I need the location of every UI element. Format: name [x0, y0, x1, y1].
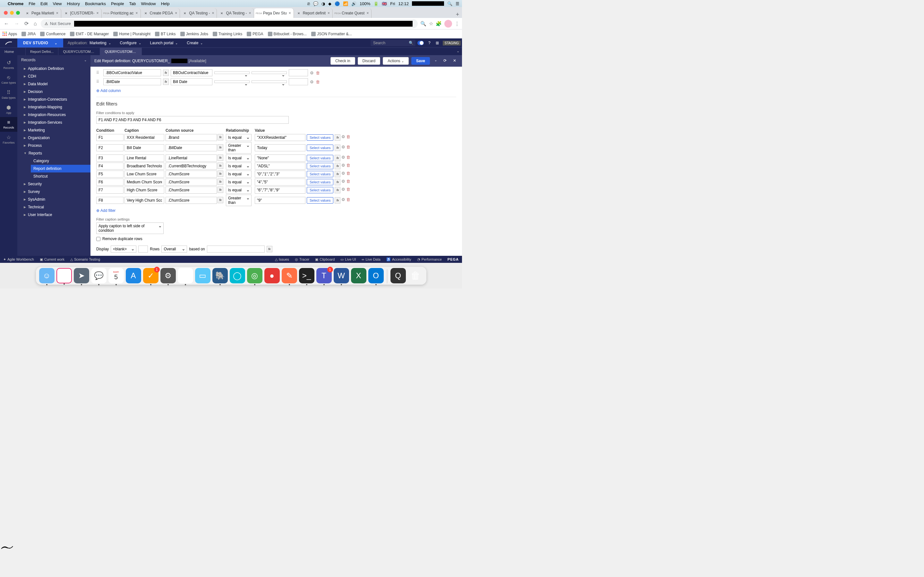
fx-button[interactable]: fx [334, 163, 341, 169]
gear-icon[interactable]: ⚙ [310, 71, 314, 75]
dock-app-icon[interactable]: 🗑 [408, 268, 423, 284]
search-toggle[interactable] [417, 41, 424, 45]
bookmark-item[interactable]: JIRA [21, 32, 36, 36]
actions-button[interactable]: Actions ⌄ [383, 57, 409, 65]
browser-tab[interactable]: ✕[CUSTOMER-× [61, 8, 102, 18]
delete-icon[interactable]: 🗑 [346, 171, 351, 177]
filter-condition-input[interactable] [96, 163, 124, 169]
fx-button[interactable]: fx [334, 187, 341, 193]
fx-button[interactable]: fx [218, 134, 223, 140]
dock-app-icon[interactable]: ◎ [247, 268, 262, 284]
tab-close-icon[interactable]: × [249, 11, 251, 15]
tree-sub-item[interactable]: Shortcut [31, 172, 90, 180]
content-tab[interactable]: QUERYCUSTOMER... [100, 48, 142, 55]
dock-app-icon[interactable]: ⚙ [160, 268, 176, 284]
gear-icon[interactable]: ⚙ [341, 187, 345, 193]
fx-button[interactable]: fx [334, 145, 341, 151]
chat-icon[interactable]: 💬 [313, 1, 318, 6]
filter-source-input[interactable] [166, 187, 217, 193]
rail-item-data-types[interactable]: ⠿Data types [0, 87, 17, 102]
bookmark-item[interactable]: JSON Formatter &... [311, 32, 352, 36]
instances-caret[interactable]: ⌄ [454, 48, 462, 55]
minimize-window[interactable] [10, 11, 14, 15]
filter-condition-input[interactable] [96, 197, 124, 204]
gear-icon[interactable]: ⚙ [341, 171, 345, 177]
menu-help[interactable]: Help [161, 1, 170, 6]
drag-handle-icon[interactable]: ⠿ [96, 71, 102, 75]
flag-icon[interactable]: 🇬🇧 [382, 1, 387, 6]
select-values-button[interactable]: Select values [307, 134, 333, 141]
app-name[interactable]: Chrome [8, 1, 23, 6]
filter-source-input[interactable] [166, 144, 217, 151]
filter-conditions-input[interactable] [96, 116, 289, 124]
column-label-input[interactable] [171, 78, 212, 85]
select-values-button[interactable]: Select values [307, 179, 333, 185]
new-tab-button[interactable]: + [453, 11, 462, 18]
help-icon[interactable]: ? [426, 41, 433, 45]
content-tab[interactable]: QUERYCUSTOMER... [58, 48, 100, 55]
volume-icon[interactable]: 🔊 [351, 1, 357, 6]
delete-icon[interactable]: 🗑 [316, 71, 320, 75]
select-values-button[interactable]: Select values [307, 197, 333, 203]
close-icon[interactable]: ✕ [451, 57, 458, 65]
bottom-tool[interactable]: ◎Tracer [295, 258, 309, 261]
tab-close-icon[interactable]: × [212, 11, 214, 15]
spotlight-icon[interactable]: 🔍 [447, 1, 452, 6]
tree-item[interactable]: CDH [17, 73, 90, 80]
tab-close-icon[interactable]: × [175, 11, 177, 15]
filter-value-input[interactable] [255, 155, 305, 161]
checkin-button[interactable]: Check in [330, 57, 355, 65]
filter-caption-input[interactable] [124, 179, 164, 185]
fx-button[interactable]: fx [163, 79, 169, 85]
rail-item-case-types[interactable]: ⎋Case types [0, 72, 17, 87]
tab-close-icon[interactable]: × [56, 11, 58, 15]
delete-icon[interactable]: 🗑 [346, 155, 351, 161]
bookmark-item[interactable]: Bitbucket - Brows... [268, 32, 307, 36]
filter-relationship-select[interactable]: Is equal [226, 155, 252, 161]
menu-window[interactable]: Window [141, 1, 156, 6]
filter-relationship-select[interactable]: Is equal [226, 187, 252, 193]
fx-button[interactable]: fx [267, 246, 272, 252]
delete-icon[interactable]: 🗑 [346, 145, 351, 151]
fx-button[interactable]: fx [334, 155, 341, 161]
tree-item[interactable]: Organization [17, 134, 90, 142]
filter-value-input[interactable] [255, 163, 305, 169]
display-select[interactable]: <blank> [111, 245, 136, 253]
battery-icon[interactable]: 🔋 [373, 1, 379, 6]
browser-tab[interactable]: PEGACreate Quest× [333, 8, 372, 18]
extensions-icon[interactable]: 🧩 [436, 21, 442, 27]
application-menu[interactable]: Application: Marketing ⌄ [63, 39, 115, 47]
filter-source-input[interactable] [166, 155, 217, 161]
dock-app-icon[interactable]: ● [264, 268, 280, 284]
control-center-icon[interactable]: ☰ [456, 1, 459, 6]
browser-tab[interactable]: ✕Pega Marketi× [23, 8, 61, 18]
tree-item[interactable]: Marketing [17, 126, 90, 134]
filter-value-input[interactable] [255, 187, 305, 193]
select-values-button[interactable]: Select values [307, 155, 333, 161]
filter-caption-input[interactable] [124, 155, 164, 161]
select-values-button[interactable]: Select values [307, 171, 333, 177]
pega-search-input[interactable]: Search 🔍 [371, 40, 415, 46]
remove-duplicate-checkbox[interactable] [96, 237, 100, 241]
tree-item[interactable]: Integration-Connectors [17, 95, 90, 103]
gear-icon[interactable]: ⚙ [341, 134, 345, 141]
filter-condition-input[interactable] [96, 171, 124, 177]
dock-app-icon[interactable]: 🐘 [212, 268, 228, 284]
rail-item-app[interactable]: ⬢App [0, 102, 17, 117]
fx-button[interactable]: fx [218, 171, 223, 177]
pega-logo[interactable] [0, 41, 17, 45]
menu-tab[interactable]: Tab [129, 1, 136, 6]
bottom-tool[interactable]: ▭Live UI [341, 258, 356, 261]
zoom-icon[interactable]: 🔍 [420, 21, 426, 27]
filter-relationship-select[interactable]: Is equal [226, 134, 252, 141]
tree-item[interactable]: Integration-Mapping [17, 103, 90, 111]
tree-item[interactable]: Integration-Services [17, 119, 90, 126]
bookmark-item[interactable]: EMT - DE Manager [70, 32, 109, 36]
filter-caption-input[interactable] [124, 197, 164, 204]
browser-tab[interactable]: PEGAPega Dev Stu× [254, 8, 294, 18]
delete-icon[interactable]: 🗑 [316, 79, 320, 84]
column-source-input[interactable] [103, 69, 161, 76]
dock-app-icon[interactable]: ☺ [39, 268, 55, 284]
filter-caption-input[interactable] [124, 163, 164, 169]
add-column-link[interactable]: Add column [96, 89, 121, 93]
